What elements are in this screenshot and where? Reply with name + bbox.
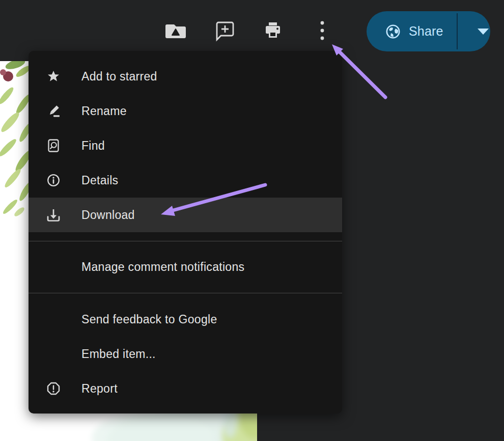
menu-item-report[interactable]: Report: [29, 371, 342, 406]
info-icon: [47, 174, 60, 187]
print-button[interactable]: [261, 18, 285, 43]
no-icon-spacer: [47, 313, 60, 326]
menu-item-send-feedback[interactable]: Send feedback to Google: [29, 302, 342, 337]
menu-item-label: Add to starred: [81, 70, 157, 84]
share-button-main[interactable]: Share: [367, 24, 457, 39]
more-options-icon: [311, 19, 334, 42]
menu-divider: [29, 293, 342, 293]
globe-icon: [385, 24, 401, 39]
download-icon: [47, 208, 60, 222]
find-in-document-icon: [47, 139, 60, 152]
more-options-button[interactable]: [310, 18, 334, 43]
menu-item-rename[interactable]: Rename: [29, 94, 342, 128]
menu-item-label: Details: [81, 174, 118, 187]
report-octagon-icon: [47, 382, 60, 395]
share-button[interactable]: Share: [367, 11, 490, 51]
rename-pencil-icon: [47, 104, 60, 118]
drive-preview-screen: Share Add to starred: [0, 0, 504, 441]
share-dropdown-button[interactable]: [466, 11, 500, 51]
menu-item-find[interactable]: Find: [29, 128, 342, 163]
print-icon: [261, 19, 285, 42]
share-button-divider: [457, 13, 458, 49]
add-comment-button[interactable]: [212, 18, 236, 43]
no-icon-spacer: [47, 347, 60, 361]
menu-item-label: Rename: [81, 104, 127, 118]
menu-item-add-to-starred[interactable]: Add to starred: [29, 59, 342, 94]
menu-item-label: Send feedback to Google: [81, 313, 217, 326]
menu-item-label: Find: [81, 139, 105, 153]
menu-item-download[interactable]: Download: [29, 198, 342, 232]
menu-item-label: Embed item...: [81, 347, 156, 361]
menu-item-embed-item[interactable]: Embed item...: [29, 337, 342, 371]
share-button-label: Share: [409, 24, 443, 39]
menu-item-label: Manage comment notifications: [81, 260, 244, 274]
more-options-menu: Add to starred Rename: [29, 51, 342, 414]
add-to-drive-button[interactable]: [163, 18, 188, 43]
star-icon: [47, 70, 60, 83]
menu-item-manage-comment-notifications[interactable]: Manage comment notifications: [29, 250, 342, 284]
menu-item-label: Download: [81, 208, 135, 222]
menu-item-label: Report: [81, 382, 118, 396]
no-icon-spacer: [47, 260, 60, 273]
menu-item-details[interactable]: Details: [29, 163, 342, 198]
add-comment-icon: [212, 19, 236, 42]
add-to-drive-icon: [164, 20, 187, 41]
menu-divider: [29, 241, 342, 241]
chevron-down-icon: [477, 28, 489, 35]
